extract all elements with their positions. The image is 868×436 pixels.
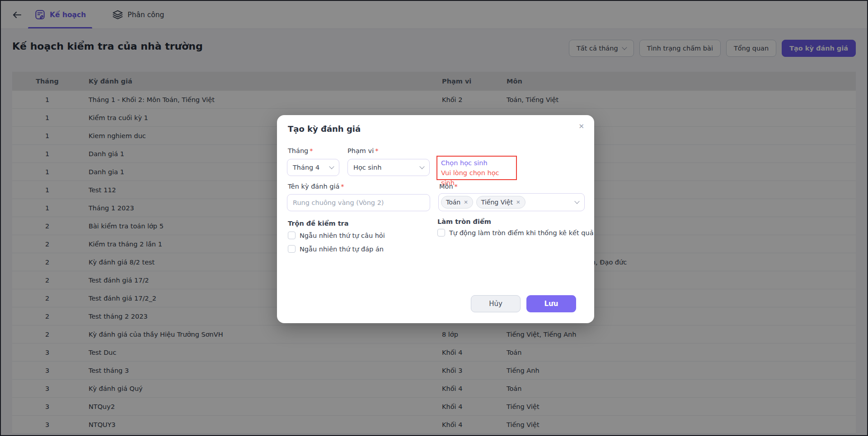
checkbox-auto-round[interactable] [437,229,445,237]
shuffle-questions-option: Ngẫu nhiên thứ tự câu hỏi [288,232,385,239]
modal-title: Tạo kỳ đánh giá [288,124,361,134]
subjects-field-label: Môn* [439,183,458,190]
name-field-label: Tên kỳ đánh giá* [288,183,344,190]
chevron-down-icon [419,164,424,169]
subject-tag: Tiếng Việt ✕ [476,196,525,209]
required-asterisk: * [310,147,313,154]
close-icon[interactable]: ✕ [577,121,586,132]
choose-students-link[interactable]: Chọn học sinh [441,158,512,168]
subject-tag: Toán ✕ [441,196,473,209]
save-button[interactable]: Lưu [526,295,576,312]
scope-select[interactable]: Học sinh [347,159,430,176]
checkbox-shuffle-questions[interactable] [288,232,296,239]
shuffle-section-title: Trộn đề kiểm tra [288,220,349,227]
checkbox-shuffle-answers[interactable] [288,245,296,253]
rounding-section-title: Làm tròn điểm [437,218,491,225]
auto-round-option: Tự động làm tròn điểm khi thống kê kết q… [437,229,594,237]
required-asterisk: * [375,147,378,154]
app-window: Kế hoạch Phân công Kế hoạch kiểm tra của… [0,0,868,436]
chevron-down-icon [574,199,579,204]
create-evaluation-modal: Tạo kỳ đánh giá ✕ Tháng* Tháng 4 Phạm vi… [277,115,594,323]
tag-remove-icon[interactable]: ✕ [464,199,468,205]
chevron-down-icon [329,164,334,169]
month-field-label: Tháng* [288,147,313,154]
student-picker-error-box: Chọn học sinh Vui lòng chọn học sinh [436,156,517,180]
subjects-multiselect[interactable]: Toán ✕ Tiếng Việt ✕ [438,193,585,211]
scope-field-label: Phạm vi* [347,147,378,154]
evaluation-name-input[interactable] [287,194,430,211]
tag-remove-icon[interactable]: ✕ [516,199,521,205]
month-select[interactable]: Tháng 4 [287,159,339,176]
required-asterisk: * [341,183,344,190]
required-asterisk: * [455,183,458,190]
cancel-button[interactable]: Hủy [471,295,521,312]
shuffle-answers-option: Ngẫu nhiên thứ tự đáp án [288,245,384,253]
